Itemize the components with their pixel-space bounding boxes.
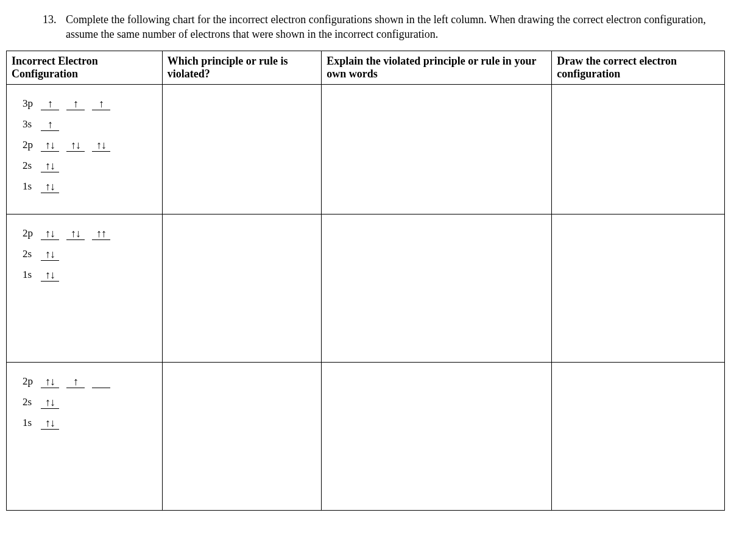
orbital-box: ↑ <box>41 118 59 131</box>
orbital-box: ↑ <box>41 97 59 110</box>
orbital-label: 3s <box>23 118 41 131</box>
orbital-box: ↑ <box>66 97 85 110</box>
orbital-diagram: 3p↑↑↑3s↑2p↑↓↑↓↑↓2s↑↓1s↑↓ <box>12 88 157 203</box>
orbital-row: 2s↑↓ <box>23 244 156 261</box>
question-number: 13. <box>43 12 66 42</box>
orbital-box: ↑ <box>92 97 110 110</box>
orbital-label: 2p <box>23 227 41 240</box>
orbital-row: 2p↑↓↑ <box>23 371 156 388</box>
answer-cell-col3 <box>322 214 552 362</box>
table-body: 3p↑↑↑3s↑2p↑↓↑↓↑↓2s↑↓1s↑↓2p↑↓↑↓↑↑2s↑↓1s↑↓… <box>7 84 725 510</box>
orbital-label: 2p <box>23 375 41 388</box>
header-col1: Incorrect Electron Configuration <box>7 51 163 84</box>
orbital-row: 1s↑↓ <box>23 176 156 193</box>
answer-cell-col4 <box>552 84 725 214</box>
orbital-diagram: 2p↑↓↑2s↑↓1s↑↓ <box>12 366 157 439</box>
answer-cell-col2 <box>162 214 321 362</box>
orbital-box: ↑↓ <box>41 417 59 430</box>
question-block: 13. Complete the following chart for the… <box>43 12 725 42</box>
orbital-box: ↑↓ <box>41 139 59 152</box>
worksheet-table: Incorrect Electron Configuration Which p… <box>6 51 725 511</box>
answer-cell-col3 <box>322 362 552 510</box>
header-col3: Explain the violated principle or rule i… <box>322 51 552 84</box>
orbital-box <box>92 375 110 388</box>
orbital-label: 2p <box>23 139 41 152</box>
table-row: 2p↑↓↑2s↑↓1s↑↓ <box>7 362 725 510</box>
orbital-diagram: 2p↑↓↑↓↑↑2s↑↓1s↑↓ <box>12 218 157 291</box>
table-row: 3p↑↑↑3s↑2p↑↓↑↓↑↓2s↑↓1s↑↓ <box>7 84 725 214</box>
header-col2: Which principle or rule is violated? <box>162 51 321 84</box>
orbital-box: ↑↓ <box>66 139 85 152</box>
answer-cell-col3 <box>322 84 552 214</box>
incorrect-config-cell: 3p↑↑↑3s↑2p↑↓↑↓↑↓2s↑↓1s↑↓ <box>7 84 163 214</box>
orbital-label: 2s <box>23 396 41 409</box>
header-col4: Draw the correct electron configuration <box>552 51 725 84</box>
orbital-label: 3p <box>23 97 41 110</box>
orbital-box: ↑↓ <box>41 180 59 193</box>
orbital-box: ↑ <box>66 375 85 388</box>
orbital-box: ↑↓ <box>41 396 59 409</box>
answer-cell-col4 <box>552 214 725 362</box>
question-text: Complete the following chart for the inc… <box>66 12 725 42</box>
answer-cell-col2 <box>162 362 321 510</box>
orbital-row: 1s↑↓ <box>23 413 156 430</box>
orbital-row: 2s↑↓ <box>23 155 156 172</box>
orbital-row: 1s↑↓ <box>23 264 156 282</box>
orbital-row: 2p↑↓↑↓↑↑ <box>23 223 156 240</box>
orbital-box: ↑↓ <box>92 139 110 152</box>
orbital-row: 3p↑↑↑ <box>23 93 156 110</box>
orbital-row: 3s↑ <box>23 114 156 131</box>
table-row: 2p↑↓↑↓↑↑2s↑↓1s↑↓ <box>7 214 725 362</box>
orbital-box: ↑↓ <box>41 160 59 172</box>
orbital-label: 2s <box>23 160 41 172</box>
incorrect-config-cell: 2p↑↓↑↓↑↑2s↑↓1s↑↓ <box>7 214 163 362</box>
orbital-box: ↑↓ <box>41 248 59 261</box>
orbital-row: 2p↑↓↑↓↑↓ <box>23 135 156 152</box>
orbital-label: 2s <box>23 248 41 261</box>
orbital-label: 1s <box>23 417 41 430</box>
orbital-box: ↑↓ <box>41 375 59 388</box>
orbital-label: 1s <box>23 180 41 193</box>
answer-cell-col2 <box>162 84 321 214</box>
orbital-box: ↑↓ <box>66 227 85 240</box>
orbital-box: ↑↓ <box>41 227 59 240</box>
incorrect-config-cell: 2p↑↓↑2s↑↓1s↑↓ <box>7 362 163 510</box>
orbital-label: 1s <box>23 269 41 282</box>
orbital-row: 2s↑↓ <box>23 392 156 409</box>
orbital-box: ↑↑ <box>92 227 110 240</box>
answer-cell-col4 <box>552 362 725 510</box>
orbital-box: ↑↓ <box>41 269 59 282</box>
